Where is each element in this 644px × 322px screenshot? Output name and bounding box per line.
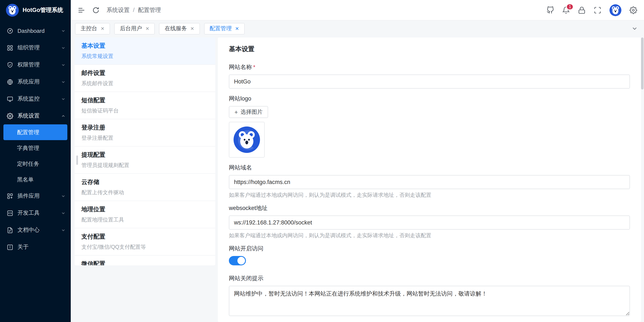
settings-nav-title: 邮件设置: [82, 69, 208, 77]
sidebar-item-label: 开发工具: [18, 209, 40, 217]
chevron-down-icon: [61, 96, 66, 101]
settings-nav-subtitle: 系统邮件设置: [82, 80, 208, 87]
sidebar-subitem-blacklist[interactable]: 黑名单: [4, 172, 67, 187]
grid-icon: [7, 44, 13, 51]
sidebar-item-dashboard[interactable]: Dashboard: [0, 22, 71, 39]
websocket-input[interactable]: [229, 216, 630, 230]
info-icon: [7, 244, 13, 250]
sidebar-item-devtools[interactable]: 开发工具: [0, 204, 71, 222]
settings-nav-title: 短信配置: [82, 97, 208, 104]
collapse-menu-icon[interactable]: [78, 6, 85, 14]
site-domain-help: 如果客户端通过本地或内网访问，则认为是调试模式，走实际请求地址，否则走该配置: [229, 192, 630, 199]
settings-nav-wechat[interactable]: 微信配置 公众号/开放平台/小程序配置等: [74, 256, 215, 265]
settings-nav-card: 基本设置 系统常规设置 邮件设置 系统邮件设置 短信配置 短信验证码平台 登录注…: [74, 37, 215, 265]
websocket-group: websocket地址 如果客户端通过本地或内网访问，则认为是调试模式，走实际请…: [229, 204, 630, 239]
chevron-down-icon: [61, 62, 66, 67]
settings-nav-title: 微信配置: [82, 260, 208, 265]
site-open-label: 网站开启访问: [229, 245, 630, 253]
settings-nav-storage[interactable]: 云存储 配置上传文件驱动: [74, 174, 215, 201]
settings-nav-withdraw[interactable]: 提现配置 管理员提现规则配置: [74, 147, 215, 174]
settings-nav-title: 基本设置: [82, 42, 208, 50]
settings-nav-email[interactable]: 邮件设置 系统邮件设置: [74, 65, 215, 92]
close-tip-textarea[interactable]: 网站维护中，暂时无法访问！本网站正在进行系统维护和技术升级，网站暂时无法访问，敬…: [229, 286, 630, 316]
github-icon[interactable]: [546, 6, 554, 14]
settings-nav-title: 地理位置: [82, 206, 208, 213]
chevron-down-icon: [61, 79, 66, 84]
page-scrollbar-thumb[interactable]: [641, 37, 644, 89]
main-column: 系统设置 / 配置管理 1 主控台 ✕: [71, 0, 644, 322]
sidebar-item-apps[interactable]: 系统应用: [0, 73, 71, 90]
pick-image-button[interactable]: + 选择图片: [229, 106, 268, 118]
fullscreen-icon[interactable]: [594, 6, 602, 14]
brand-title: HotGo管理系统: [22, 6, 63, 14]
site-domain-label: 网站域名: [229, 164, 630, 172]
required-mark: *: [253, 64, 255, 70]
app-logo-icon: [6, 4, 19, 16]
sidebar-item-label: Dashboard: [18, 27, 44, 34]
settings-gear-icon[interactable]: [630, 6, 637, 14]
gear-icon: [7, 113, 13, 119]
avatar-image: [610, 4, 622, 16]
plugin-grid-icon: [7, 193, 13, 199]
site-open-toggle[interactable]: [229, 256, 246, 265]
sidebar-subitem-dict[interactable]: 字典管理: [4, 140, 67, 156]
sidebar-item-plugins[interactable]: 插件应用: [0, 187, 71, 204]
settings-nav-title: 登录注册: [82, 124, 208, 132]
sidebar-subitem-config[interactable]: 配置管理: [4, 124, 67, 140]
chevron-down-icon: [61, 45, 66, 50]
notifications[interactable]: 1: [562, 6, 570, 14]
sidebar-item-org[interactable]: 组织管理: [0, 39, 71, 56]
chevron-down-icon: [61, 28, 66, 33]
sidebar-item-monitor[interactable]: 系统监控: [0, 90, 71, 107]
settings-nav-subtitle: 短信验证码平台: [82, 107, 208, 115]
sidebar-item-label: 系统监控: [18, 95, 40, 103]
site-logo-group: 网站logo + 选择图片: [229, 95, 630, 158]
tabs-dropdown-chevron-icon[interactable]: [631, 25, 638, 32]
sidebar-item-permission[interactable]: 权限管理: [0, 56, 71, 73]
sidebar-item-label: 系统设置: [18, 112, 40, 120]
tabs-bar: 主控台 ✕ 后台用户 ✕ 在线服务 ✕ 配置管理 ✕: [71, 20, 644, 37]
tab-admin-users[interactable]: 后台用户 ✕: [114, 23, 155, 34]
header-actions: 1: [546, 4, 637, 16]
breadcrumb-parent[interactable]: 系统设置: [106, 6, 130, 14]
tab-config[interactable]: 配置管理 ✕: [204, 23, 244, 34]
settings-nav-subtitle: 登录注册配置: [82, 135, 208, 142]
refresh-icon[interactable]: [92, 6, 100, 14]
tab-close-icon[interactable]: ✕: [190, 26, 194, 31]
tab-label: 主控台: [80, 25, 97, 32]
settings-nav-scrollbar-thumb[interactable]: [76, 155, 78, 165]
close-tip-label: 网站关闭提示: [229, 275, 630, 282]
brand[interactable]: HotGo管理系统: [0, 0, 71, 20]
content-area: 基本设置 系统常规设置 邮件设置 系统邮件设置 短信配置 短信验证码平台 登录注…: [71, 37, 644, 322]
settings-nav-geo[interactable]: 地理位置 配置地理位置工具: [74, 201, 215, 228]
tab-close-icon[interactable]: ✕: [145, 26, 149, 31]
websocket-help: 如果客户端通过本地或内网访问，则认为是调试模式，走实际请求地址，否则走该配置: [229, 232, 630, 239]
sidebar: HotGo管理系统 Dashboard 组织管理 权限管理 系统应用: [0, 0, 71, 322]
settings-nav-pay[interactable]: 支付配置 支付宝/微信/QQ支付配置等: [74, 228, 215, 256]
tab-close-icon[interactable]: ✕: [235, 26, 239, 31]
tab-label: 配置管理: [210, 25, 232, 32]
lock-icon[interactable]: [578, 6, 586, 14]
user-avatar[interactable]: [610, 4, 622, 16]
settings-nav-basic[interactable]: 基本设置 系统常规设置: [74, 37, 215, 65]
settings-nav-login[interactable]: 登录注册 登录注册配置: [74, 119, 215, 147]
chevron-down-icon: [61, 228, 66, 232]
sidebar-item-label: 权限管理: [18, 61, 40, 69]
sidebar-subitem-cron[interactable]: 定时任务: [4, 156, 67, 172]
settings-nav-title: 云存储: [82, 178, 208, 186]
sidebar-item-docs[interactable]: 文档中心: [0, 222, 71, 239]
settings-nav-title: 支付配置: [82, 233, 208, 241]
site-domain-input[interactable]: [229, 175, 630, 189]
sidebar-item-settings[interactable]: 系统设置: [0, 107, 71, 124]
tab-close-icon[interactable]: ✕: [100, 26, 104, 31]
settings-nav-subtitle: 配置上传文件驱动: [82, 189, 208, 196]
sidebar-item-about[interactable]: 关于: [0, 239, 71, 256]
breadcrumb-current: 配置管理: [138, 6, 161, 14]
tab-console[interactable]: 主控台 ✕: [75, 23, 110, 34]
settings-nav-sms[interactable]: 短信配置 短信验证码平台: [74, 92, 215, 119]
site-name-input[interactable]: [229, 74, 630, 89]
site-logo-preview[interactable]: [229, 122, 265, 158]
plus-icon: +: [234, 109, 238, 115]
tab-online-service[interactable]: 在线服务 ✕: [159, 23, 200, 34]
sidebar-subitem-label: 字典管理: [17, 144, 39, 152]
